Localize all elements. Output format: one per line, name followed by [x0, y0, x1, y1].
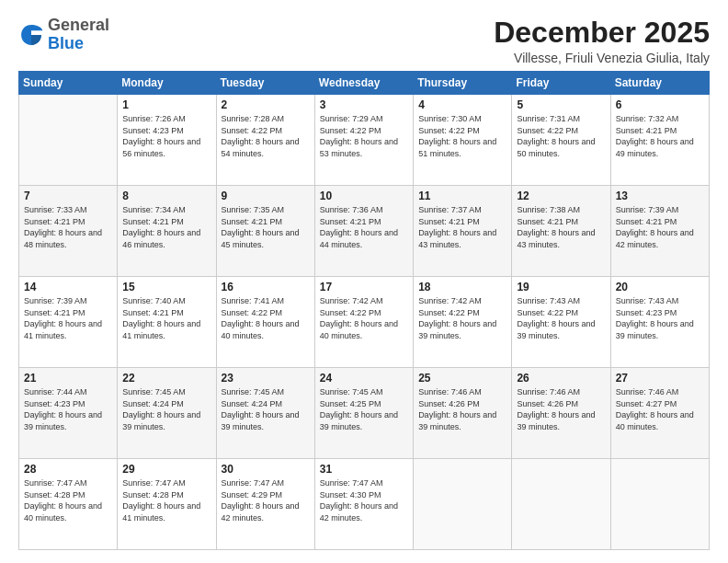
table-row: 16 Sunrise: 7:41 AMSunset: 4:22 PMDaylig… [216, 277, 314, 368]
day-info: Sunrise: 7:38 AMSunset: 4:21 PMDaylight:… [517, 205, 595, 249]
day-number: 27 [616, 372, 704, 385]
table-row: 14 Sunrise: 7:39 AMSunset: 4:21 PMDaylig… [19, 277, 118, 368]
title-block: December 2025 Villesse, Friuli Venezia G… [494, 17, 710, 65]
logo: General Blue [18, 17, 109, 53]
day-info: Sunrise: 7:46 AMSunset: 4:27 PMDaylight:… [616, 387, 694, 431]
day-info: Sunrise: 7:41 AMSunset: 4:22 PMDaylight:… [222, 296, 300, 340]
day-info: Sunrise: 7:39 AMSunset: 4:21 PMDaylight:… [24, 296, 102, 340]
day-number: 19 [517, 281, 605, 293]
table-row [610, 459, 709, 550]
calendar-table: Sunday Monday Tuesday Wednesday Thursday… [18, 71, 710, 550]
day-info: Sunrise: 7:35 AMSunset: 4:21 PMDaylight:… [222, 205, 300, 249]
day-number: 4 [418, 98, 506, 111]
day-number: 11 [418, 190, 506, 202]
day-number: 21 [24, 372, 112, 385]
day-info: Sunrise: 7:32 AMSunset: 4:21 PMDaylight:… [616, 114, 694, 158]
day-number: 24 [320, 372, 408, 385]
table-row: 27 Sunrise: 7:46 AMSunset: 4:27 PMDaylig… [610, 368, 709, 459]
day-number: 12 [517, 190, 605, 202]
header: General Blue December 2025 Villesse, Fri… [18, 17, 710, 65]
day-info: Sunrise: 7:33 AMSunset: 4:21 PMDaylight:… [24, 205, 102, 249]
table-row: 4 Sunrise: 7:30 AMSunset: 4:22 PMDayligh… [414, 95, 512, 186]
day-info: Sunrise: 7:47 AMSunset: 4:28 PMDaylight:… [122, 478, 200, 523]
table-row: 7 Sunrise: 7:33 AMSunset: 4:21 PMDayligh… [19, 186, 118, 277]
table-row [19, 95, 118, 186]
week-row-4: 28 Sunrise: 7:47 AMSunset: 4:28 PMDaylig… [19, 459, 710, 550]
page: General Blue December 2025 Villesse, Fri… [0, 0, 728, 563]
calendar-title: December 2025 [494, 17, 710, 49]
table-row: 12 Sunrise: 7:38 AMSunset: 4:21 PMDaylig… [512, 186, 610, 277]
week-row-0: 1 Sunrise: 7:26 AMSunset: 4:23 PMDayligh… [19, 95, 710, 186]
day-number: 17 [320, 281, 408, 293]
table-row: 19 Sunrise: 7:43 AMSunset: 4:22 PMDaylig… [512, 277, 610, 368]
week-row-2: 14 Sunrise: 7:39 AMSunset: 4:21 PMDaylig… [19, 277, 710, 368]
table-row: 24 Sunrise: 7:45 AMSunset: 4:25 PMDaylig… [314, 368, 413, 459]
day-info: Sunrise: 7:26 AMSunset: 4:23 PMDaylight:… [122, 114, 200, 158]
day-info: Sunrise: 7:47 AMSunset: 4:28 PMDaylight:… [24, 478, 102, 523]
logo-general-text: General [48, 16, 109, 34]
table-row: 28 Sunrise: 7:47 AMSunset: 4:28 PMDaylig… [19, 459, 118, 550]
header-tuesday: Tuesday [216, 72, 314, 95]
table-row [414, 459, 512, 550]
day-number: 25 [418, 372, 506, 385]
table-row: 29 Sunrise: 7:47 AMSunset: 4:28 PMDaylig… [118, 459, 216, 550]
logo-icon [18, 22, 44, 48]
table-row: 10 Sunrise: 7:36 AMSunset: 4:21 PMDaylig… [314, 186, 413, 277]
day-info: Sunrise: 7:37 AMSunset: 4:21 PMDaylight:… [418, 205, 496, 249]
table-row: 5 Sunrise: 7:31 AMSunset: 4:22 PMDayligh… [512, 95, 610, 186]
day-number: 1 [122, 98, 210, 111]
table-row: 26 Sunrise: 7:46 AMSunset: 4:26 PMDaylig… [512, 368, 610, 459]
header-wednesday: Wednesday [314, 72, 413, 95]
day-info: Sunrise: 7:43 AMSunset: 4:22 PMDaylight:… [517, 296, 595, 340]
day-number: 20 [616, 281, 704, 293]
day-info: Sunrise: 7:45 AMSunset: 4:25 PMDaylight:… [320, 387, 398, 431]
header-saturday: Saturday [610, 72, 709, 95]
day-info: Sunrise: 7:34 AMSunset: 4:21 PMDaylight:… [122, 205, 200, 249]
day-number: 26 [517, 372, 605, 385]
table-row: 3 Sunrise: 7:29 AMSunset: 4:22 PMDayligh… [314, 95, 413, 186]
day-number: 16 [222, 281, 310, 293]
day-info: Sunrise: 7:40 AMSunset: 4:21 PMDaylight:… [122, 296, 200, 340]
weekday-header-row: Sunday Monday Tuesday Wednesday Thursday… [19, 72, 710, 95]
table-row: 9 Sunrise: 7:35 AMSunset: 4:21 PMDayligh… [216, 186, 314, 277]
header-monday: Monday [118, 72, 216, 95]
table-row: 2 Sunrise: 7:28 AMSunset: 4:22 PMDayligh… [216, 95, 314, 186]
day-number: 28 [24, 463, 112, 476]
day-info: Sunrise: 7:47 AMSunset: 4:29 PMDaylight:… [222, 478, 300, 523]
header-friday: Friday [512, 72, 610, 95]
day-number: 10 [320, 190, 408, 202]
day-number: 15 [122, 281, 210, 293]
day-number: 8 [122, 190, 210, 202]
calendar-subtitle: Villesse, Friuli Venezia Giulia, Italy [494, 51, 710, 65]
day-number: 9 [222, 190, 310, 202]
logo-blue-text: Blue [48, 34, 84, 52]
header-thursday: Thursday [414, 72, 512, 95]
day-info: Sunrise: 7:45 AMSunset: 4:24 PMDaylight:… [222, 387, 300, 431]
day-info: Sunrise: 7:44 AMSunset: 4:23 PMDaylight:… [24, 387, 102, 431]
table-row: 1 Sunrise: 7:26 AMSunset: 4:23 PMDayligh… [118, 95, 216, 186]
table-row: 11 Sunrise: 7:37 AMSunset: 4:21 PMDaylig… [414, 186, 512, 277]
table-row [512, 459, 610, 550]
table-row: 13 Sunrise: 7:39 AMSunset: 4:21 PMDaylig… [610, 186, 709, 277]
day-number: 18 [418, 281, 506, 293]
day-info: Sunrise: 7:36 AMSunset: 4:21 PMDaylight:… [320, 205, 398, 249]
day-info: Sunrise: 7:42 AMSunset: 4:22 PMDaylight:… [320, 296, 398, 340]
logo-text: General Blue [48, 17, 109, 53]
day-info: Sunrise: 7:46 AMSunset: 4:26 PMDaylight:… [418, 387, 496, 431]
table-row: 17 Sunrise: 7:42 AMSunset: 4:22 PMDaylig… [314, 277, 413, 368]
table-row: 22 Sunrise: 7:45 AMSunset: 4:24 PMDaylig… [118, 368, 216, 459]
table-row: 15 Sunrise: 7:40 AMSunset: 4:21 PMDaylig… [118, 277, 216, 368]
day-number: 29 [122, 463, 210, 476]
day-info: Sunrise: 7:30 AMSunset: 4:22 PMDaylight:… [418, 114, 496, 158]
day-info: Sunrise: 7:31 AMSunset: 4:22 PMDaylight:… [517, 114, 595, 158]
day-number: 13 [616, 190, 704, 202]
day-number: 6 [616, 98, 704, 111]
day-info: Sunrise: 7:39 AMSunset: 4:21 PMDaylight:… [616, 205, 694, 249]
week-row-3: 21 Sunrise: 7:44 AMSunset: 4:23 PMDaylig… [19, 368, 710, 459]
day-number: 14 [24, 281, 112, 293]
day-number: 23 [222, 372, 310, 385]
day-info: Sunrise: 7:47 AMSunset: 4:30 PMDaylight:… [320, 478, 398, 523]
day-info: Sunrise: 7:45 AMSunset: 4:24 PMDaylight:… [122, 387, 200, 431]
day-number: 30 [222, 463, 310, 476]
table-row: 25 Sunrise: 7:46 AMSunset: 4:26 PMDaylig… [414, 368, 512, 459]
